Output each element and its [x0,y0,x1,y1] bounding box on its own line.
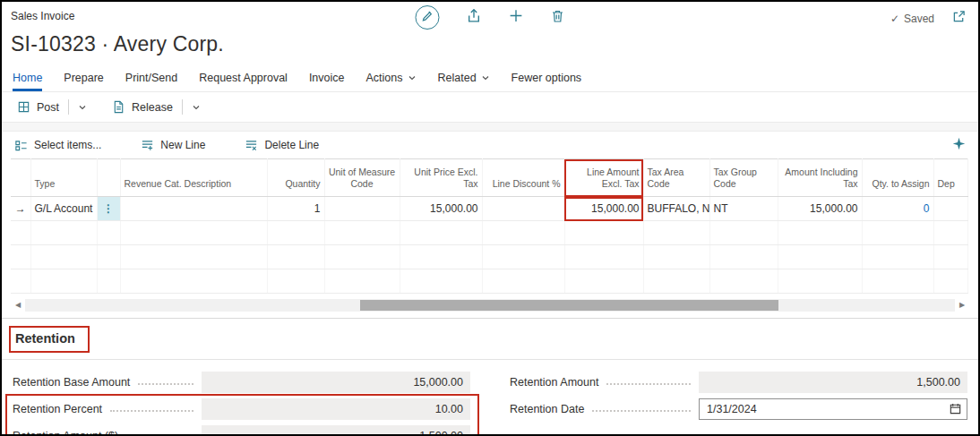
col-qty-to-assign[interactable]: Qty. to Assign [862,159,933,197]
cell-type[interactable]: G/L Account [30,197,97,221]
cell-empty[interactable] [482,245,564,269]
post-dropdown-button[interactable] [72,98,93,116]
cell-line-amount-excl-tax[interactable]: 15,000.00 [564,197,643,221]
cell-empty[interactable] [120,245,267,269]
share-icon [467,8,482,27]
menu-actions[interactable]: Actions [366,66,417,91]
cell-empty[interactable] [324,221,400,245]
cell-empty[interactable] [709,221,778,245]
cell-amount-including-tax[interactable]: 15,000.00 [778,197,862,221]
cell-empty[interactable] [933,245,967,269]
delete-document-button[interactable] [551,9,565,27]
cell-empty[interactable] [778,269,862,294]
post-button[interactable]: Post [11,96,65,118]
retention-percent-value[interactable]: 10.00 [202,398,470,420]
cell-empty[interactable] [400,245,482,269]
tab-prepare[interactable]: Prepare [64,66,103,91]
scroll-left-icon[interactable]: ◀ [11,298,25,312]
cell-empty[interactable] [324,245,400,269]
cell-empty[interactable] [120,221,267,245]
retention-section-title[interactable]: Retention [15,331,75,346]
col-tax-group-code[interactable]: Tax Group Code [709,159,778,197]
new-line-button[interactable]: New Line [141,139,205,152]
cell-empty[interactable] [778,245,862,269]
col-unit-of-measure-code[interactable]: Unit of Measure Code [324,159,400,197]
retention-amount-dollar-value[interactable]: 1,500.00 [202,425,470,436]
cell-qty-to-assign-link[interactable]: 0 [862,197,933,221]
new-document-button[interactable] [509,8,524,27]
cell-dep[interactable] [933,197,967,221]
cell-empty[interactable] [862,269,933,294]
tab-invoice[interactable]: Invoice [309,66,345,91]
edit-toggle-button[interactable] [416,5,440,30]
col-quantity[interactable]: Quantity [267,159,324,197]
cell-empty[interactable] [862,245,933,269]
sparkle-icon [952,137,966,153]
cell-empty[interactable] [120,269,267,294]
cell-empty[interactable] [643,269,709,294]
col-line-discount-pct[interactable]: Line Discount % [482,159,564,197]
cell-empty[interactable] [564,245,643,269]
cell-empty[interactable] [324,269,400,294]
cell-tax-area-code[interactable]: BUFFALO, NY [643,197,709,221]
cell-empty[interactable] [933,269,967,294]
tab-print-send[interactable]: Print/Send [125,66,177,91]
cell-empty[interactable] [97,245,120,269]
tab-request-approval[interactable]: Request Approval [199,66,288,91]
cell-tax-group-code[interactable]: NT [709,197,778,221]
col-revenue-cat-description[interactable]: Revenue Cat. Description [120,159,267,197]
chevron-down-icon [481,73,490,82]
menu-related[interactable]: Related [438,66,490,91]
cell-empty[interactable] [482,221,564,245]
cell-empty[interactable] [778,221,862,245]
cell-line-discount-pct[interactable] [482,197,564,221]
cell-unit-of-measure-code[interactable] [324,197,400,221]
cell-empty[interactable] [564,221,643,245]
release-dropdown-button[interactable] [185,98,207,116]
scrollbar-thumb[interactable] [360,300,778,311]
cell-unit-price-excl-tax[interactable]: 15,000.00 [400,197,482,221]
cell-empty[interactable] [862,221,933,245]
cell-empty[interactable] [97,269,120,294]
cell-empty[interactable] [400,221,482,245]
col-tax-area-code[interactable]: Tax Area Code [643,159,709,197]
share-button[interactable] [467,8,482,27]
retention-date-input[interactable] [699,398,967,420]
cell-empty[interactable] [267,269,324,294]
cell-quantity[interactable]: 1 [267,197,324,221]
cell-empty[interactable] [400,269,482,294]
cell-empty[interactable] [30,245,97,269]
cell-empty[interactable] [97,221,120,245]
cell-empty[interactable] [482,269,564,294]
cell-empty[interactable] [709,269,778,294]
scroll-right-icon[interactable]: ▶ [955,298,969,312]
menu-fewer-options[interactable]: Fewer options [511,66,582,91]
col-line-amount-excl-tax[interactable]: Line Amount Excl. Tax [564,159,643,197]
select-items-button[interactable]: Select items... [14,139,101,152]
field-label: Retention Date [510,403,584,415]
col-unit-price-excl-tax[interactable]: Unit Price Excl. Tax [400,159,482,197]
cell-empty[interactable] [267,221,324,245]
scrollbar-track[interactable] [25,299,955,312]
cell-empty[interactable] [933,221,967,245]
cell-empty[interactable] [30,221,97,245]
copilot-sparkle-button[interactable] [952,137,966,153]
cell-empty[interactable] [564,269,643,294]
col-dep[interactable]: Dep [933,159,967,197]
cell-revenue-cat-description[interactable] [120,197,267,221]
cell-empty[interactable] [267,245,324,269]
cell-empty[interactable] [643,245,709,269]
cell-menu-ellipsis-icon[interactable]: ⋮ [97,197,120,221]
dotted-leader [606,383,691,385]
release-button[interactable]: Release [106,96,179,118]
col-amount-including-tax[interactable]: Amount Including Tax [778,159,862,197]
cell-empty[interactable] [643,221,709,245]
retention-base-amount-value[interactable]: 15,000.00 [202,372,470,393]
col-type[interactable]: Type [30,159,97,197]
tab-home[interactable]: Home [13,66,42,91]
delete-line-button[interactable]: Delete Line [245,139,319,152]
retention-amount-value[interactable]: 1,500.00 [699,372,967,393]
cell-empty[interactable] [709,245,778,269]
popout-button[interactable] [952,10,966,27]
cell-empty[interactable] [30,269,97,294]
